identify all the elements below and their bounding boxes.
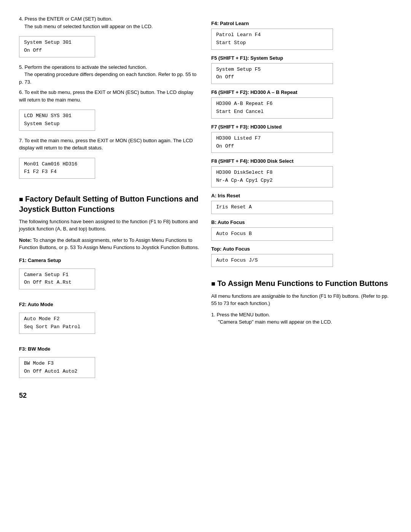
f6-heading: F6 (SHIFT + F2): HD300 A – B Repeat — [211, 89, 392, 95]
step7-text: 7. To exit the main menu, press the EXIT… — [19, 137, 200, 152]
top-lcd: Auto Focus J/S — [211, 254, 333, 267]
lcd-box-2: LCD MENU SYS 301 System Setup — [19, 110, 95, 131]
f2-heading: F2: Auto Mode — [19, 302, 200, 307]
f8-lcd: HD300 DiskSelect F8 Nr-A Cp-A Cpy1 Cpy2 — [211, 166, 333, 187]
a-lcd: Iris Reset A — [211, 201, 333, 214]
lcd-box-1: System Setup 301 On Off — [19, 36, 95, 57]
f6-lcd: HD300 A-B Repeat F6 Start End Cancel — [211, 97, 333, 119]
top-heading: Top: Auto Focus — [211, 246, 392, 252]
right-column: F4: Patrol Learn Patrol Learn F4 Start S… — [211, 15, 392, 517]
a-heading: A: Iris Reset — [211, 193, 392, 199]
b-lcd: Auto Focus B — [211, 227, 333, 241]
assign-step1: 1. Press the MENU button. "Camera Setup"… — [211, 311, 392, 326]
f4-lcd: Patrol Learn F4 Start Stop — [211, 29, 333, 50]
f4-heading: F4: Patrol Learn — [211, 21, 392, 26]
factory-default-heading: Factory Default Setting of Button Functi… — [19, 194, 200, 214]
f1-heading: F1: Camera Setup — [19, 257, 200, 263]
f7-heading: F7 (SHIFT + F3): HD300 Listed — [211, 124, 392, 130]
left-column: 4. Press the ENTER or CAM (SET) button. … — [19, 15, 200, 517]
page-container: 4. Press the ENTER or CAM (SET) button. … — [0, 0, 411, 532]
factory-body1: The following functions have been assign… — [19, 218, 200, 233]
step6-text: 6. To exit the sub menu, press the EXIT … — [19, 89, 200, 103]
f5-lcd: System Setup F5 On Off — [211, 63, 333, 84]
f3-heading: F3: BW Mode — [19, 346, 200, 352]
page-number: 52 — [19, 392, 200, 400]
f7-lcd: HD300 Listed F7 On Off — [211, 132, 333, 153]
step5-text: 5. Perform the operations to activate th… — [19, 64, 200, 86]
to-assign-heading: To Assign Menu Functions to Function But… — [211, 278, 392, 288]
f8-heading: F8 (SHIFT + F4): HD300 Disk Select — [211, 158, 392, 164]
f2-lcd: Auto Mode F2 Seq Sort Pan Patrol — [19, 313, 95, 334]
note-text: Note: To change the default assignments,… — [19, 237, 200, 251]
f3-lcd: BW Mode F3 On Off Auto1 Auto2 — [19, 357, 95, 378]
lcd-box-3: Mon01 Cam016 HD316 F1 F2 F3 F4 — [19, 158, 95, 179]
assign-body: All menu functions are assignable to the… — [211, 292, 392, 307]
step4-text: 4. Press the ENTER or CAM (SET) button. … — [19, 15, 200, 30]
f5-heading: F5 (SHIFT + F1): System Setup — [211, 55, 392, 61]
b-heading: B: Auto Focus — [211, 219, 392, 225]
f1-lcd: Camera Setup F1 On Off Rst A.Rst — [19, 268, 95, 290]
